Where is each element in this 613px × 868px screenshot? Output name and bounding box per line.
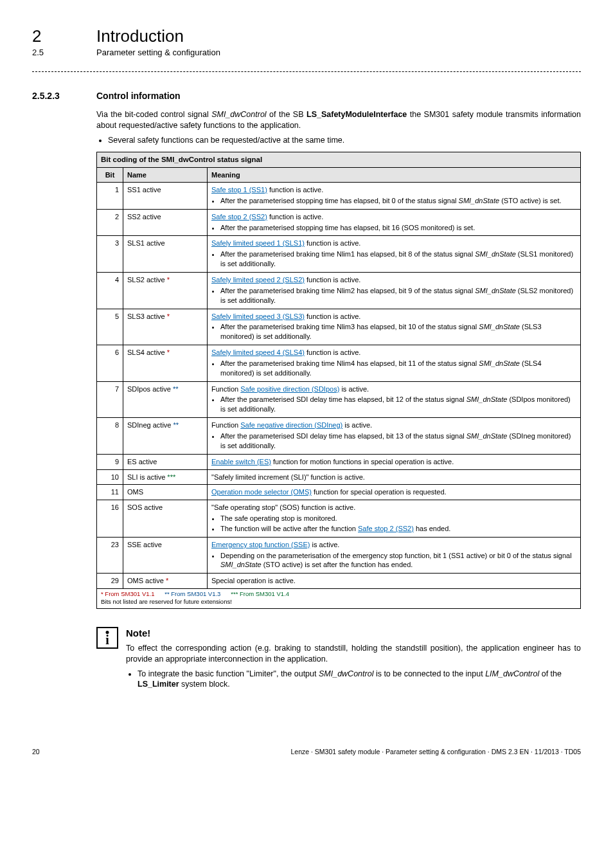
doc-link[interactable]: Safely limited speed 2 (SLS2) [211,276,305,284]
table-row: 6SLS4 active *Safely limited speed 4 (SL… [97,345,581,382]
page-number: 20 [32,748,40,757]
cell-bit: 7 [97,381,123,418]
table-row: 11OMSOperation mode selector (OMS) funct… [97,485,581,500]
cell-bit: 9 [97,454,123,469]
footnote-reserved: Bits not listed are reserved for future … [101,598,232,605]
cell-bullet: The safe operating stop is monitored. [220,514,576,523]
cell-bullet: After the parameterised SDI delay time h… [220,431,576,451]
table-row: 9ES activeEnable switch (ES) function fo… [97,454,581,469]
cell-bullets: Depending on the parameterisation of the… [220,551,576,570]
cell-bit: 8 [97,418,123,455]
cell-meaning: "Safely limited increment (SLI)" functio… [208,469,581,485]
cell-bullets: The safe operating stop is monitored.The… [220,514,576,534]
chapter-number: 2 [32,26,96,48]
page-footer: 20 Lenze · SM301 safety module · Paramet… [32,748,581,757]
divider [32,71,581,72]
cell-name: SLS2 active * [123,273,208,309]
cell-bullet: After the parameterised stopping time ha… [220,223,576,233]
intro-paragraph: Via the bit-coded control signal SMI_dwC… [96,109,581,131]
cell-meaning: Function Safe negative direction (SDIneg… [208,418,581,455]
cell-meaning: Operation mode selector (OMS) function f… [208,485,581,500]
cell-bullets: After the parameterised braking time Nli… [220,249,576,269]
cell-bullets: After the parameterised braking time Nli… [220,359,576,378]
doc-link[interactable]: Emergency stop function (SSE) [211,541,310,548]
cell-bit: 3 [97,236,123,273]
cell-bit: 1 [97,183,123,210]
cell-meaning: Emergency stop function (SSE) is active.… [208,537,581,574]
table-row: 23SSE activeEmergency stop function (SSE… [97,537,581,574]
cell-bullets: After the parameterised SDI delay time h… [220,395,576,414]
cell-meaning: Safely limited speed 3 (SLS3) function i… [208,309,581,345]
cell-name: OMS active * [123,574,208,589]
table-row: 1SS1 activeSafe stop 1 (SS1) function is… [97,183,581,210]
cell-bullet: After the parameterised braking time Nli… [220,286,576,305]
subsection-title: Control information [96,90,181,102]
cell-bullets: After the parameterised braking time Nli… [220,322,576,341]
cell-name: ES active [123,454,208,469]
cell-bit: 16 [97,500,123,538]
note-bullet: To integrate the basic function "Limiter… [138,669,581,690]
cell-meaning: Safely limited speed 1 (SLS1) function i… [208,236,581,273]
footnote-1: * From SM301 V1.1 [101,590,154,597]
cell-meaning: Safe stop 2 (SS2) function is active.Aft… [208,209,581,236]
doc-link[interactable]: Enable switch (ES) [211,458,271,466]
cell-name: SS2 active [123,209,208,236]
cell-name: SLS3 active * [123,309,208,345]
doc-link[interactable]: Safely limited speed 4 (SLS4) [211,348,305,356]
th-bit: Bit [97,167,123,182]
cell-name: SLS1 active [123,236,208,273]
doc-link[interactable]: Safe stop 1 (SS1) [211,186,267,194]
cell-meaning: Special operation is active. [208,574,581,589]
cell-meaning: Enable switch (ES) function for motion f… [208,454,581,469]
intro-bullets: Several safety functions can be requeste… [108,135,581,145]
cell-bit: 4 [97,273,123,309]
cell-bullet: Depending on the parameterisation of the… [220,551,576,570]
page-header: 2 Introduction 2.5 Parameter setting & c… [32,26,581,59]
table-caption: Bit coding of the SMI_dwControl status s… [96,152,581,167]
cell-name: SS1 active [123,183,208,210]
doc-link[interactable]: Operation mode selector (OMS) [211,488,312,496]
table-row: 10SLI is active ***"Safely limited incre… [97,469,581,485]
section-title: Parameter setting & configuration [96,48,220,59]
table-row: 4SLS2 active *Safely limited speed 2 (SL… [97,273,581,309]
note-bullets: To integrate the basic function "Limiter… [138,669,581,690]
subsection-number: 2.5.2.3 [32,90,96,102]
table-row: 3SLS1 activeSafely limited speed 1 (SLS1… [97,236,581,273]
cell-name: SDIpos active ** [123,381,208,418]
cell-bit: 11 [97,485,123,500]
table-row: 5SLS3 active *Safely limited speed 3 (SL… [97,309,581,345]
bitcoding-table: Bit coding of the SMI_dwControl status s… [96,152,581,589]
cell-name: SLS4 active * [123,345,208,382]
cell-bullet: After the parameterised braking time Nli… [220,249,576,269]
intro-bullet: Several safety functions can be requeste… [108,135,581,145]
doc-link[interactable]: Safe stop 2 (SS2) [358,525,414,532]
doc-link[interactable]: Safe negative direction (SDIneg) [240,421,342,429]
cell-bullet: After the parameterised SDI delay time h… [220,395,576,414]
cell-meaning: Safely limited speed 2 (SLS2) function i… [208,273,581,309]
cell-name: SDIneg active ** [123,418,208,455]
footnote-2: ** From SM301 V1.3 [164,590,220,597]
doc-link[interactable]: Safe positive direction (SDIpos) [240,385,339,393]
th-meaning: Meaning [208,167,581,182]
doc-link[interactable]: Safe stop 2 (SS2) [211,213,267,221]
cell-name: SLI is active *** [123,469,208,485]
cell-bullets: After the parameterised stopping time ha… [220,196,576,206]
cell-name: OMS [123,485,208,500]
cell-bit: 23 [97,537,123,574]
cell-bit: 6 [97,345,123,382]
table-row: 2SS2 activeSafe stop 2 (SS2) function is… [97,209,581,236]
cell-name: SSE active [123,537,208,574]
cell-bullets: After the parameterised stopping time ha… [220,223,576,233]
table-row: 7SDIpos active **Function Safe positive … [97,381,581,418]
cell-bit: 29 [97,574,123,589]
cell-name: SOS active [123,500,208,538]
doc-link[interactable]: Safely limited speed 1 (SLS1) [211,239,305,247]
note-title: Note! [126,627,581,640]
cell-bullet: After the parameterised braking time Nli… [220,322,576,341]
footnote-3: *** From SM301 V1.4 [231,590,289,597]
cell-bit: 5 [97,309,123,345]
footer-text: Lenze · SM301 safety module · Parameter … [290,748,581,757]
table-row: 29OMS active *Special operation is activ… [97,574,581,589]
cell-bullet: After the parameterised braking time Nli… [220,359,576,378]
doc-link[interactable]: Safely limited speed 3 (SLS3) [211,312,305,320]
